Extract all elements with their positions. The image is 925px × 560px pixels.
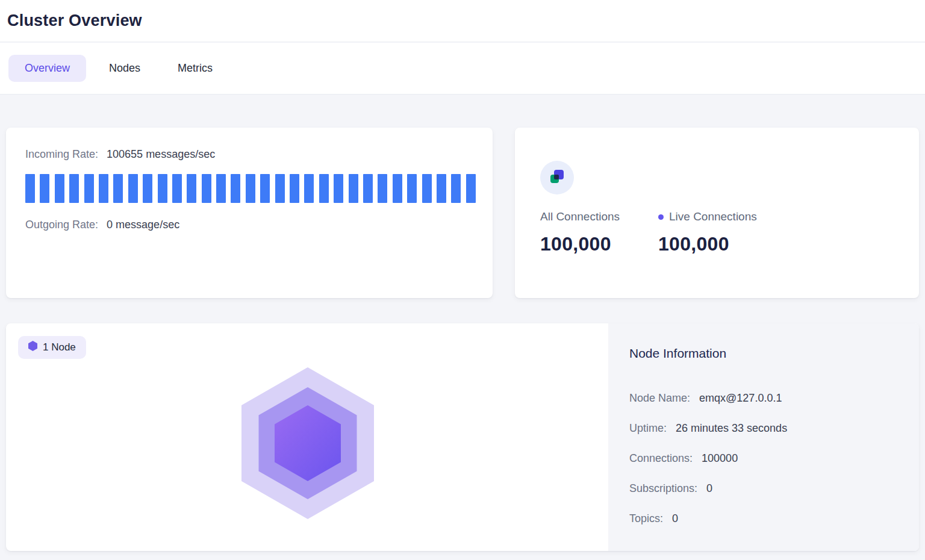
rate-bar bbox=[451, 174, 461, 203]
rate-bar bbox=[422, 174, 432, 203]
node-information-title: Node Information bbox=[629, 346, 907, 361]
node-name-row: Node Name: emqx@127.0.0.1 bbox=[629, 391, 907, 405]
connections-label: Connections: bbox=[629, 451, 693, 465]
incoming-rate-value: 100655 messages/sec bbox=[107, 148, 215, 161]
topics-label: Topics: bbox=[629, 511, 663, 526]
cluster-node-hexagon-graphic[interactable] bbox=[241, 367, 374, 521]
rate-bar bbox=[246, 174, 255, 203]
tab-bar: Overview Nodes Metrics bbox=[0, 43, 925, 95]
live-connections-column: Live Connections 100,000 bbox=[658, 210, 776, 255]
cluster-card: 1 Node Node Information Node Name: emqx@… bbox=[6, 323, 919, 551]
uptime-label: Uptime: bbox=[629, 421, 667, 435]
connections-value: 100000 bbox=[702, 451, 738, 465]
node-name-value: emqx@127.0.0.1 bbox=[699, 391, 782, 405]
node-information-panel: Node Information Node Name: emqx@127.0.0… bbox=[608, 323, 919, 551]
rate-bar bbox=[334, 174, 343, 203]
page-header: Cluster Overview bbox=[0, 0, 925, 42]
topics-row: Topics: 0 bbox=[629, 511, 907, 526]
rate-bar bbox=[202, 174, 211, 203]
page-title: Cluster Overview bbox=[7, 11, 142, 30]
hexagon-icon bbox=[28, 341, 37, 354]
rate-bar bbox=[466, 174, 476, 203]
rate-bar bbox=[319, 174, 329, 203]
rate-bar bbox=[99, 174, 108, 203]
connections-card: All Connections 100,000 Live Connections… bbox=[515, 128, 919, 298]
tab-nodes[interactable]: Nodes bbox=[95, 55, 155, 82]
outgoing-rate-value: 0 message/sec bbox=[107, 219, 179, 231]
rate-bar bbox=[290, 174, 299, 203]
rate-bar bbox=[437, 174, 446, 203]
incoming-rate-bars bbox=[25, 174, 476, 203]
rate-bar bbox=[25, 174, 35, 203]
rate-bar bbox=[84, 174, 94, 203]
tab-metrics[interactable]: Metrics bbox=[163, 55, 227, 82]
connections-row: Connections: 100000 bbox=[629, 451, 907, 465]
rate-bar bbox=[158, 174, 167, 203]
node-count-label: 1 Node bbox=[43, 341, 76, 353]
live-connections-value: 100,000 bbox=[658, 233, 776, 255]
all-connections-value: 100,000 bbox=[540, 233, 658, 255]
rate-bar bbox=[187, 174, 196, 203]
rate-bar bbox=[407, 174, 417, 203]
message-rate-card: Incoming Rate: 100655 messages/sec Outgo… bbox=[6, 128, 493, 298]
incoming-rate-row: Incoming Rate: 100655 messages/sec bbox=[25, 148, 476, 161]
rate-bar bbox=[172, 174, 182, 203]
rate-bar bbox=[393, 174, 402, 203]
rate-bar bbox=[363, 174, 373, 203]
rate-bar bbox=[40, 174, 49, 203]
incoming-rate-label: Incoming Rate: bbox=[25, 148, 98, 161]
uptime-row: Uptime: 26 minutes 33 seconds bbox=[629, 421, 907, 435]
live-dot-icon bbox=[658, 214, 664, 220]
live-connections-label-text: Live Connections bbox=[669, 210, 757, 223]
outgoing-rate-label: Outgoing Rate: bbox=[25, 219, 98, 231]
connections-columns: All Connections 100,000 Live Connections… bbox=[540, 210, 919, 255]
rate-bar bbox=[231, 174, 240, 203]
tab-overview[interactable]: Overview bbox=[8, 55, 86, 82]
all-connections-column: All Connections 100,000 bbox=[540, 210, 658, 255]
rate-bar bbox=[69, 174, 79, 203]
rate-bar bbox=[304, 174, 314, 203]
rate-bar bbox=[128, 174, 138, 203]
subscriptions-value: 0 bbox=[706, 481, 712, 496]
topics-value: 0 bbox=[672, 511, 678, 526]
live-connections-label: Live Connections bbox=[658, 210, 776, 223]
connections-icon-circle bbox=[540, 161, 574, 194]
node-name-label: Node Name: bbox=[629, 391, 690, 405]
rate-bar bbox=[143, 174, 152, 203]
rate-bar bbox=[55, 174, 64, 203]
rate-bar bbox=[275, 174, 285, 203]
rate-bar bbox=[378, 174, 387, 203]
outgoing-rate-row: Outgoing Rate: 0 message/sec bbox=[25, 219, 476, 231]
subscriptions-label: Subscriptions: bbox=[629, 481, 697, 496]
rate-bar bbox=[113, 174, 123, 203]
uptime-value: 26 minutes 33 seconds bbox=[676, 421, 787, 435]
all-connections-label: All Connections bbox=[540, 210, 658, 223]
connections-overlap-icon bbox=[547, 167, 567, 188]
node-count-badge: 1 Node bbox=[18, 336, 86, 359]
rate-bar bbox=[349, 174, 358, 203]
subscriptions-row: Subscriptions: 0 bbox=[629, 481, 907, 496]
rate-bar bbox=[216, 174, 226, 203]
rate-bar bbox=[260, 174, 270, 203]
